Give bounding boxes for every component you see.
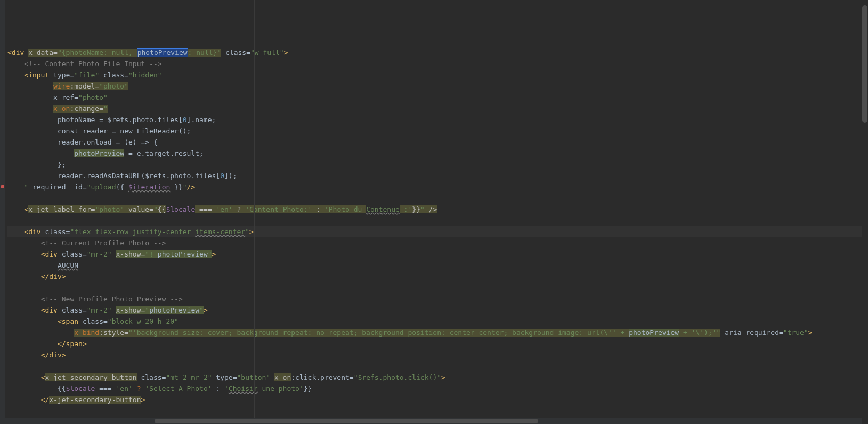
code-token: {{	[116, 183, 128, 191]
code-token	[112, 250, 116, 258]
code-line[interactable]: x-on:change="	[7, 103, 868, 114]
code-token: aria-required	[725, 329, 779, 337]
code-token: :change	[70, 105, 99, 113]
code-line[interactable]	[7, 361, 868, 372]
code-token	[24, 49, 28, 57]
code-token	[74, 205, 78, 213]
code-token	[221, 49, 225, 57]
code-token: =	[350, 373, 354, 381]
code-token: 'en'	[216, 205, 232, 213]
code-token: class	[62, 306, 83, 314]
code-token: const reader = new FileReader();	[7, 127, 191, 135]
code-token: "{photoName: null,	[58, 49, 137, 57]
code-line[interactable]: {{$locale === 'en' ? 'Select A Photo' : …	[7, 383, 868, 394]
code-token: }}	[304, 385, 312, 393]
code-line[interactable]: </div>	[7, 349, 868, 361]
code-token	[66, 183, 75, 191]
code-token: class	[225, 49, 246, 57]
code-token: =	[124, 71, 128, 79]
code-token: }}	[170, 183, 182, 191]
code-line[interactable]: x-bind:style="'background-size: cover; b…	[7, 327, 868, 338]
code-editor[interactable]: <div x-data="{photoName: null, photoPrev…	[0, 0, 868, 424]
horizontal-scrollbar-track[interactable]	[0, 418, 862, 424]
code-line[interactable]: <div class="mr-2" x-show="photoPreview">	[7, 305, 868, 316]
code-token: 0	[183, 116, 187, 124]
code-token: "	[183, 183, 187, 191]
gutter-error-marker[interactable]	[0, 181, 5, 193]
code-token: class	[45, 228, 66, 236]
code-line[interactable]: reader.onload = (e) => {	[7, 137, 868, 148]
vertical-scrollbar-thumb[interactable]	[862, 5, 867, 123]
code-token: $locale	[66, 385, 95, 393]
code-token: photoPreview	[74, 149, 124, 157]
code-token: :	[312, 205, 324, 213]
code-token: =	[149, 205, 153, 213]
code-line[interactable]	[7, 193, 868, 204]
code-line[interactable]: AUCUN	[7, 260, 868, 271]
code-token: 0	[220, 172, 224, 180]
code-token: ===	[195, 205, 216, 213]
code-token: =	[233, 373, 237, 381]
code-line[interactable]: </div>	[7, 271, 868, 282]
code-token	[78, 317, 83, 325]
code-token: "file"	[74, 71, 99, 79]
code-line[interactable]: <!-- Current Profile Photo -->	[7, 237, 868, 249]
code-line[interactable]: };	[7, 159, 868, 170]
code-token: "	[245, 228, 249, 236]
horizontal-scrollbar-thumb[interactable]	[155, 419, 538, 423]
code-token: span	[66, 340, 83, 348]
code-token	[7, 351, 41, 359]
code-token	[7, 105, 53, 113]
vertical-scrollbar-track[interactable]	[862, 0, 868, 424]
code-line[interactable]	[7, 405, 868, 417]
code-token: :style	[99, 329, 124, 337]
code-token: >	[249, 228, 254, 236]
code-line[interactable]: photoPreview = e.target.result;	[7, 148, 868, 159]
code-line[interactable]: <input type="file" class="hidden"	[7, 69, 868, 81]
code-token	[49, 71, 53, 79]
code-line[interactable]: <!-- Content Photo File Input -->	[7, 58, 868, 69]
code-token: "	[420, 205, 425, 213]
code-line[interactable]: photoName = $refs.photo.files[0].name;	[7, 114, 868, 125]
code-line[interactable]: const reader = new FileReader();	[7, 125, 868, 137]
code-line[interactable]: " required id="upload{{ $iteration }}"/>	[7, 181, 868, 193]
code-token: x-jet-secondary-button	[45, 373, 136, 381]
code-token: + '\');'"	[679, 329, 720, 337]
code-token: class	[83, 317, 103, 325]
code-token: >	[62, 351, 66, 359]
code-line[interactable]: <!-- New Profile Photo Preview -->	[7, 293, 868, 305]
code-token: Contenue	[366, 205, 400, 213]
code-line[interactable]: <div x-data="{photoName: null, photoPrev…	[7, 47, 868, 58]
code-token	[112, 306, 116, 314]
code-token: wire	[53, 82, 70, 90]
code-line[interactable]: </span>	[7, 338, 868, 349]
code-token: "!	[145, 250, 157, 258]
code-line[interactable]: <x-jet-secondary-button class="mt-2 mr-2…	[7, 372, 868, 383]
code-line[interactable]: <div class="flex flex-row justify-center…	[7, 226, 868, 237]
code-line[interactable]	[7, 282, 868, 293]
code-line[interactable]	[7, 215, 868, 226]
code-line[interactable]: <x-jet-label for="photo" value="{{$local…	[7, 204, 868, 215]
code-token: 'Photo du	[325, 205, 366, 213]
code-token: "mr-2"	[87, 306, 112, 314]
code-token	[7, 149, 74, 157]
code-token: div	[49, 273, 61, 281]
code-line[interactable]: wire:model="photo"	[7, 81, 868, 92]
code-token: x-on	[53, 105, 70, 113]
code-area[interactable]: <div x-data="{photoName: null, photoPrev…	[0, 45, 868, 424]
code-token: >	[284, 49, 288, 57]
code-line[interactable]: x-ref="photo"	[7, 92, 868, 103]
code-token	[7, 373, 41, 381]
code-line[interactable]: <span class="block w-20 h-20"	[7, 316, 868, 327]
code-token	[7, 317, 58, 325]
code-token: "mr-2"	[87, 250, 112, 258]
code-token	[7, 205, 24, 213]
code-line[interactable]: <div class="mr-2" x-show="! photoPreview…	[7, 249, 868, 260]
code-token: =	[779, 329, 783, 337]
right-margin-guide	[254, 0, 255, 424]
code-line[interactable]: </x-jet-secondary-button>	[7, 394, 868, 405]
code-token: = e.target.result;	[124, 149, 204, 157]
code-token	[270, 373, 274, 381]
code-line[interactable]: reader.readAsDataURL($refs.photo.files[0…	[7, 170, 868, 181]
code-token: $locale	[166, 205, 195, 213]
